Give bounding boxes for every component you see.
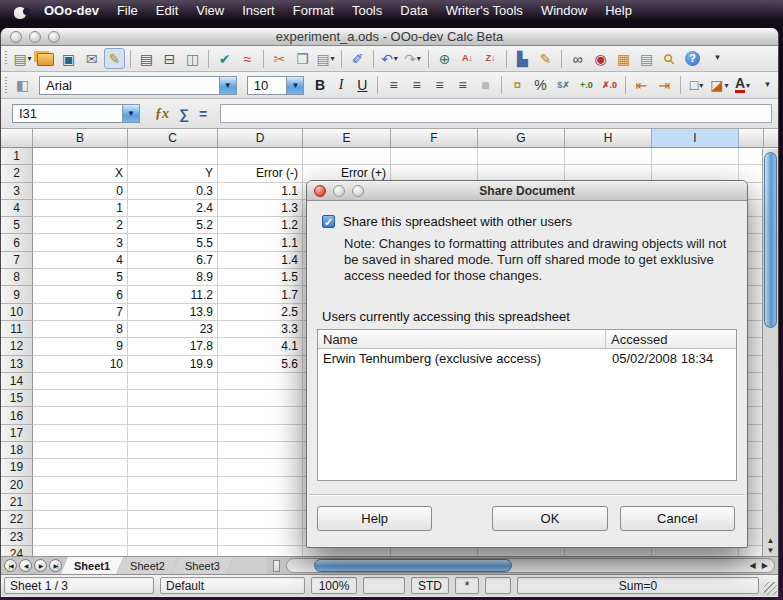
cell-B11[interactable]: 8	[33, 321, 128, 338]
menu-edit[interactable]: Edit	[147, 0, 187, 22]
number-format-currency-icon[interactable]: ¤	[507, 75, 528, 96]
formula-input-line[interactable]	[220, 104, 772, 123]
resize-grip[interactable]	[764, 582, 777, 595]
cell-C1[interactable]	[128, 148, 218, 165]
column-header-F[interactable]: F	[391, 129, 478, 147]
cell-C24[interactable]	[128, 546, 218, 556]
merge-cells-icon[interactable]: ■	[475, 75, 496, 96]
scroll-left-right-icons[interactable]: ◀ ▶	[749, 561, 770, 570]
cell-B2[interactable]: X	[33, 165, 128, 182]
cell-C18[interactable]	[128, 442, 218, 459]
row-header-1[interactable]: 1	[1, 148, 33, 165]
cell-D17[interactable]	[218, 425, 303, 442]
cell-D5[interactable]: 1.2	[218, 217, 303, 234]
row-header-18[interactable]: 18	[1, 442, 33, 459]
last-sheet-icon[interactable]: ▶|	[49, 559, 62, 572]
cell-C15[interactable]	[128, 390, 218, 407]
cell-C21[interactable]	[128, 494, 218, 511]
menu-data[interactable]: Data	[391, 0, 436, 22]
status-page-style[interactable]: Default	[160, 577, 305, 594]
menu-format[interactable]: Format	[284, 0, 343, 22]
menu-writer-s-tools[interactable]: Writer's Tools	[437, 0, 532, 22]
cell-D7[interactable]: 1.4	[218, 252, 303, 269]
paste-icon[interactable]: ▤▾	[315, 48, 336, 69]
user-row[interactable]: Erwin Tenhumberg (exclusive access)05/02…	[318, 349, 736, 367]
cell-B10[interactable]: 7	[33, 304, 128, 321]
status-sum-display[interactable]: Sum=0	[517, 577, 759, 594]
grid-corner[interactable]	[1, 129, 33, 147]
find-replace-icon[interactable]: ∞	[567, 48, 588, 69]
cell-C10[interactable]: 13.9	[128, 304, 218, 321]
column-header-E[interactable]: E	[303, 129, 391, 147]
help-icon[interactable]: ?	[682, 48, 703, 69]
column-header-C[interactable]: C	[128, 129, 218, 147]
cancel-button[interactable]: Cancel	[620, 506, 735, 531]
cell-C19[interactable]	[128, 459, 218, 476]
row-header-4[interactable]: 4	[1, 200, 33, 217]
apply-style-icon[interactable]: ◧	[12, 75, 33, 96]
cell-B21[interactable]	[33, 494, 128, 511]
row-header-16[interactable]: 16	[1, 407, 33, 424]
row-header-22[interactable]: 22	[1, 511, 33, 528]
cell-B23[interactable]	[33, 529, 128, 546]
export-pdf-icon[interactable]: ▤	[136, 48, 157, 69]
cell-B20[interactable]	[33, 477, 128, 494]
cell-B16[interactable]	[33, 407, 128, 424]
first-sheet-icon[interactable]: |◀	[4, 559, 17, 572]
menu-view[interactable]: View	[187, 0, 233, 22]
increase-indent-icon[interactable]: ⇥	[654, 75, 675, 96]
cell-D12[interactable]: 4.1	[218, 338, 303, 355]
cell-C17[interactable]	[128, 425, 218, 442]
cell-C14[interactable]	[128, 373, 218, 390]
cell-reference-box[interactable]: I31 ▼	[12, 104, 140, 123]
spelling-icon[interactable]: ✔	[214, 48, 235, 69]
horizontal-scrollbar-thumb[interactable]	[314, 559, 512, 572]
status-zoom-level[interactable]: 100%	[311, 577, 357, 594]
ok-button[interactable]: OK	[492, 506, 607, 531]
row-header-7[interactable]: 7	[1, 252, 33, 269]
menu-tools[interactable]: Tools	[343, 0, 391, 22]
cell-D6[interactable]: 1.1	[218, 234, 303, 251]
cell-B4[interactable]: 1	[33, 200, 128, 217]
row-header-6[interactable]: 6	[1, 234, 33, 251]
menu-insert[interactable]: Insert	[233, 0, 284, 22]
cell-B19[interactable]	[33, 459, 128, 476]
sort-descending-icon[interactable]: Z↓	[480, 48, 501, 69]
previous-sheet-icon[interactable]: ◀	[19, 559, 32, 572]
cell-C9[interactable]: 11.2	[128, 286, 218, 303]
chevron-down-icon[interactable]: ▼	[219, 77, 236, 94]
cell-F1[interactable]	[391, 148, 478, 165]
users-column-accessed[interactable]: Accessed	[606, 332, 667, 347]
status-sheet-position[interactable]: Sheet 1 / 3	[4, 577, 154, 594]
cell-D3[interactable]: 1.1	[218, 183, 303, 200]
bold-button[interactable]: B	[310, 77, 329, 93]
sort-ascending-icon[interactable]: A↓	[457, 48, 478, 69]
cell-C20[interactable]	[128, 477, 218, 494]
font-color-icon[interactable]: A▾	[732, 75, 753, 96]
cell-C23[interactable]	[128, 529, 218, 546]
draw-functions-icon[interactable]: ✎	[535, 48, 556, 69]
add-decimal-icon[interactable]: +.0	[576, 75, 597, 96]
cell-D8[interactable]: 1.5	[218, 269, 303, 286]
align-center-icon[interactable]: ≡	[406, 75, 427, 96]
cell-D22[interactable]	[218, 511, 303, 528]
row-header-23[interactable]: 23	[1, 529, 33, 546]
share-checkbox[interactable]	[322, 215, 335, 228]
hyperlink-icon[interactable]: ⊕	[434, 48, 455, 69]
cell-D10[interactable]: 2.5	[218, 304, 303, 321]
row-header-21[interactable]: 21	[1, 494, 33, 511]
number-format-percent-icon[interactable]: %	[530, 75, 551, 96]
row-header-9[interactable]: 9	[1, 286, 33, 303]
cell-G1[interactable]	[478, 148, 565, 165]
status-insert-mode[interactable]	[363, 577, 405, 594]
cell-B17[interactable]	[33, 425, 128, 442]
row-header-12[interactable]: 12	[1, 338, 33, 355]
number-format-standard-icon[interactable]: $✗	[553, 75, 574, 96]
save-icon[interactable]: ▣	[58, 48, 79, 69]
cell-D11[interactable]: 3.3	[218, 321, 303, 338]
window-close-button[interactable]	[10, 31, 22, 43]
auto-spellcheck-icon[interactable]: ≈	[237, 48, 258, 69]
sum-icon[interactable]: ∑	[179, 106, 189, 122]
tab-scroll-splitter[interactable]	[273, 560, 280, 572]
cell-D1[interactable]	[218, 148, 303, 165]
